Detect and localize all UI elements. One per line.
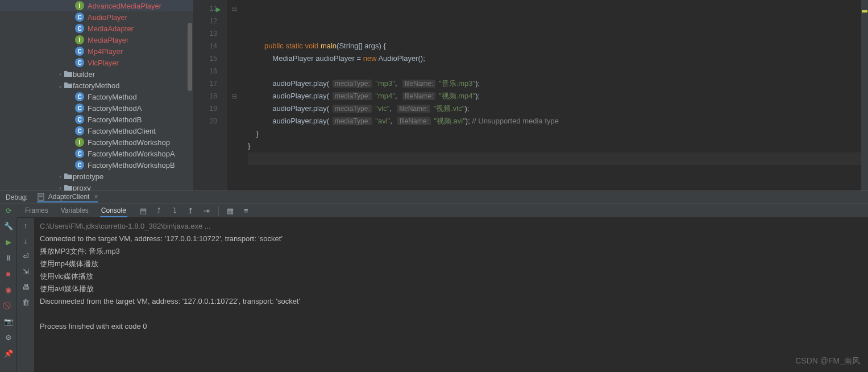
up-icon[interactable]: ↥ — [186, 206, 196, 216]
pin-icon[interactable]: 📌 — [4, 349, 13, 358]
export-icon[interactable]: ⤴ — [155, 206, 164, 216]
tree-item-prototype[interactable]: ›prototype — [0, 171, 193, 182]
tree-item-factorymethodworkshopa[interactable]: CFactoryMethodWorkshopA — [0, 148, 193, 159]
tree-item-advancedmediaplayer[interactable]: IAdvancedMediaPlayer — [0, 0, 193, 11]
layout-icon[interactable]: ▤ — [139, 206, 148, 216]
debug-left-toolbar: 🔧 ▶ ⏸ ■ ◉ ⃠ 📷 ⚙ 📌 — [0, 218, 17, 372]
tree-item-factorymethod[interactable]: ⌄factoryMethod — [0, 80, 193, 91]
tree-item-factorymethod[interactable]: CFactoryMethod — [0, 91, 193, 102]
close-icon[interactable]: × — [94, 193, 98, 201]
settings-icon[interactable]: ≡ — [242, 206, 251, 216]
tree-item-factorymethodworkshop[interactable]: IFactoryMethodWorkshop — [0, 137, 193, 148]
resume-icon[interactable]: ▶ — [4, 237, 13, 246]
editor-gutter: ▶ 11121314151617181920 — [193, 0, 227, 191]
tree-item-audioplayer[interactable]: CAudioPlayer — [0, 11, 193, 23]
tree-item-mediaadapter[interactable]: CMediaAdapter — [0, 23, 193, 34]
editor-scrollbar[interactable] — [861, 0, 868, 191]
clear-icon[interactable]: 🗑 — [22, 298, 30, 307]
debug-subtab-row: ⟳ FramesVariablesConsole ▤ ⤴ ⤵ ↥ ⇥ ▦ ≡ — [0, 204, 868, 218]
tree-item-proxy[interactable]: ›proxy — [0, 182, 193, 191]
tree-item-vlcplayer[interactable]: CVlcPlayer — [0, 57, 193, 68]
filter-icon[interactable]: ⇥ — [202, 206, 211, 216]
tree-item-factorymethodb[interactable]: CFactoryMethodB — [0, 114, 193, 125]
scroll-up-icon[interactable]: ↑ — [24, 221, 28, 230]
tree-item-factorymethodclient[interactable]: CFactoryMethodClient — [0, 125, 193, 137]
breakpoint-icon[interactable]: ◉ — [4, 285, 13, 294]
fold-column[interactable]: ⊟ ⊟ — [232, 0, 239, 50]
print-icon[interactable]: 🖶 — [22, 283, 30, 291]
subtab-console[interactable]: Console — [100, 205, 127, 217]
camera-icon[interactable]: 📷 — [4, 317, 13, 326]
wrench-icon[interactable]: 🔧 — [4, 221, 13, 230]
sidebar-scrollbar[interactable] — [188, 0, 192, 191]
stop-icon[interactable]: ■ — [4, 269, 13, 278]
run-gutter-icon[interactable]: ▶ — [216, 3, 221, 15]
grid-icon[interactable]: ▦ — [226, 206, 235, 216]
scroll-down-icon[interactable]: ↓ — [24, 237, 28, 245]
tree-item-factorymethodworkshopb[interactable]: CFactoryMethodWorkshopB — [0, 159, 193, 171]
mute-bp-icon[interactable]: ⃠ — [4, 301, 13, 310]
project-tree[interactable]: IAdvancedMediaPlayerCAudioPlayerCMediaAd… — [0, 0, 193, 191]
console-toolbar: ↑ ↓ ⏎ ⇲ 🖶 🗑 — [17, 218, 34, 372]
soft-wrap-icon[interactable]: ⏎ — [23, 252, 29, 261]
tree-item-mp4player[interactable]: CMp4Player — [0, 46, 193, 57]
debug-tab-adapterclient[interactable]: AdapterClient × — [37, 193, 98, 202]
file-icon — [37, 193, 45, 201]
watermark: CSDN @FM_南风 — [795, 356, 860, 366]
tree-item-factorymethoda[interactable]: CFactoryMethodA — [0, 102, 193, 114]
pause-icon[interactable]: ⏸ — [4, 253, 13, 262]
subtab-frames[interactable]: Frames — [24, 205, 49, 217]
tree-item-builder[interactable]: ›builder — [0, 68, 193, 80]
rerun-icon[interactable]: ⟳ — [4, 206, 13, 216]
import-icon[interactable]: ⤵ — [171, 206, 180, 216]
subtab-variables[interactable]: Variables — [60, 205, 90, 217]
tree-item-mediaplayer[interactable]: IMediaPlayer — [0, 34, 193, 46]
debug-toolbar: Debug: AdapterClient × — [0, 191, 868, 204]
scroll-end-icon[interactable]: ⇲ — [23, 267, 29, 276]
editor-code[interactable]: ⊟ ⊟ public static void main(String[] arg… — [227, 0, 868, 191]
code-editor[interactable]: ▶ 11121314151617181920 ⊟ ⊟ public static… — [193, 0, 868, 191]
debug-label: Debug: — [6, 193, 28, 201]
console-output[interactable]: C:\Users\FM\.jdks\corretto-1.8.0_382\bin… — [34, 218, 868, 372]
gear-icon[interactable]: ⚙ — [4, 333, 13, 342]
